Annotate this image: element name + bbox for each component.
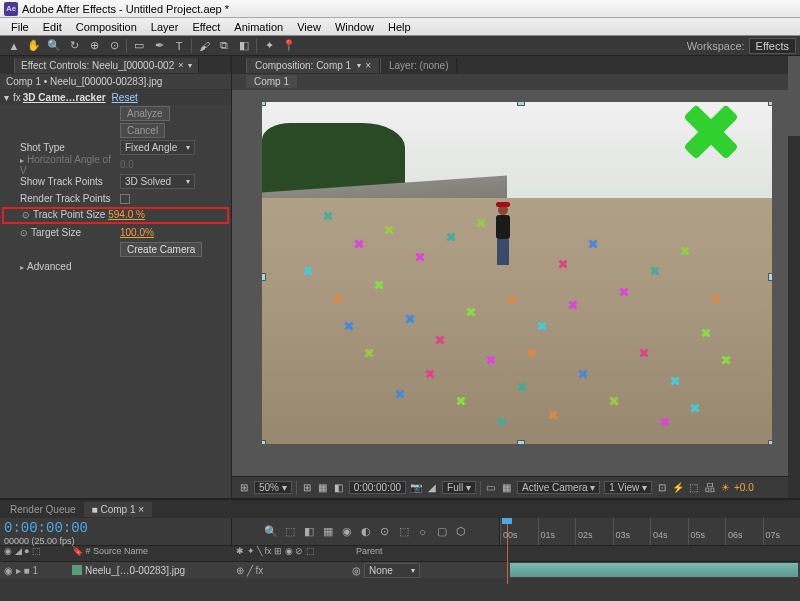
track-point[interactable] [650,266,660,276]
ruler-tick[interactable]: 07s [763,518,801,545]
track-point[interactable] [639,348,649,358]
switches-icon[interactable]: ▢ [434,525,450,538]
track-point[interactable] [721,355,731,365]
grid-icon[interactable]: ⊞ [236,482,252,493]
menu-window[interactable]: Window [328,21,381,33]
ruler-tick[interactable]: 05s [688,518,726,545]
rect-tool[interactable]: ▭ [130,38,148,54]
roto-tool[interactable]: ✦ [260,38,278,54]
puppet-tool[interactable]: 📍 [280,38,298,54]
track-point-size-value[interactable]: 594.0 % [108,209,145,220]
menu-help[interactable]: Help [381,21,418,33]
render-queue-tab[interactable]: Render Queue [2,502,84,517]
menu-view[interactable]: View [290,21,328,33]
track-point[interactable] [486,355,496,365]
effect-controls-tab[interactable]: Effect Controls: Neelu_[00000-002 × ▾ [14,58,199,73]
shot-type-dropdown[interactable]: Fixed Angle [120,140,195,155]
chevron-down-icon[interactable]: ▾ [357,61,361,70]
track-point[interactable] [690,403,700,413]
layer-row[interactable]: ◉ ▸ ■ 1 Neelu_[…0-00283].jpg ⊕ ╱ fx ◎ No… [0,562,800,578]
track-point[interactable] [548,410,558,420]
track-point[interactable] [425,369,435,379]
rotate-tool[interactable]: ↻ [65,38,83,54]
menu-composition[interactable]: Composition [69,21,144,33]
canvas-area[interactable] [232,90,800,476]
menu-effect[interactable]: Effect [185,21,227,33]
layer-tab[interactable]: Layer: (none) [380,58,457,73]
panel-scrollbar[interactable] [788,56,800,498]
track-point[interactable] [384,225,394,235]
comp-mini-flowchart-icon[interactable]: ⬚ [282,525,298,538]
track-point[interactable] [446,232,456,242]
ruler-tick[interactable]: 02s [575,518,613,545]
track-point[interactable] [476,218,486,228]
track-point[interactable] [711,294,721,304]
track-point[interactable] [303,266,313,276]
ruler-tick[interactable]: 06s [725,518,763,545]
transparency-icon[interactable]: ▦ [315,482,331,493]
zoom-tool[interactable]: 🔍 [45,38,63,54]
motion-blur-icon[interactable]: ◐ [358,525,374,538]
layer-color-swatch[interactable] [72,565,82,575]
timeline-ruler-area[interactable]: 00s01s02s03s04s05s06s07s [500,518,800,545]
ruler-tick[interactable]: 03s [613,518,651,545]
pixel-aspect-icon[interactable]: ⊡ [654,482,670,493]
draft-3d-icon[interactable]: ◧ [301,525,317,538]
comp-flowchart-icon[interactable]: 品 [702,481,718,495]
menu-edit[interactable]: Edit [36,21,69,33]
canvas[interactable] [262,102,772,444]
composition-tab[interactable]: Composition: Comp 1 ▾ × [246,58,380,73]
hide-shy-icon[interactable]: ▦ [320,525,336,538]
track-point[interactable] [354,239,364,249]
track-point[interactable] [670,376,680,386]
close-icon[interactable]: × [178,60,183,70]
track-point[interactable] [680,246,690,256]
region-icon[interactable]: ▭ [483,482,499,493]
exposure-value[interactable]: +0.0 [734,482,754,493]
ruler-tick[interactable]: 00s [500,518,538,545]
snapshot-icon[interactable]: 📷 [408,482,424,493]
effect-reset-link[interactable]: Reset [112,92,138,103]
ruler-tick[interactable]: 04s [650,518,688,545]
views-dropdown[interactable]: 1 View ▾ [604,481,652,494]
create-camera-button[interactable]: Create Camera [120,242,202,257]
hand-tool[interactable]: ✋ [25,38,43,54]
track-point[interactable] [609,396,619,406]
exposure-reset-icon[interactable]: ☀ [718,482,734,493]
resolution-icon[interactable]: ⊞ [299,482,315,493]
grid-toggle-icon[interactable]: ▦ [499,482,515,493]
track-point[interactable] [364,348,374,358]
track-point[interactable] [517,382,527,392]
track-point[interactable] [333,294,343,304]
track-point[interactable] [660,417,670,427]
camera-tool[interactable]: ⊕ [85,38,103,54]
track-point[interactable] [558,259,568,269]
type-tool[interactable]: T [170,38,188,54]
brainstorm-icon[interactable]: ⊙ [377,525,393,538]
bbox-handle-bc[interactable] [517,440,525,444]
time-display[interactable]: 0:00:00:00 [349,481,406,494]
track-target-marker[interactable] [681,102,741,162]
target-size-value[interactable]: 100.0% [120,227,154,238]
track-point[interactable] [323,211,333,221]
timeline-icon[interactable]: ⬚ [686,482,702,493]
auto-keyframe-icon[interactable]: ○ [415,526,431,538]
current-time-display[interactable]: 0:00:00:00 [4,520,227,536]
track-point[interactable] [537,321,547,331]
panel-menu-icon[interactable]: ▾ [188,61,192,70]
track-point[interactable] [456,396,466,406]
menu-layer[interactable]: Layer [144,21,186,33]
timeline-comp-tab[interactable]: ■ Comp 1 × [84,502,152,517]
bbox-handle-tl[interactable] [262,102,266,106]
track-point[interactable] [405,314,415,324]
eraser-tool[interactable]: ◧ [235,38,253,54]
pan-behind-tool[interactable]: ⊙ [105,38,123,54]
graph-editor-icon[interactable]: ⬚ [396,525,412,538]
bbox-handle-tc[interactable] [517,102,525,106]
advanced-label[interactable]: Advanced [20,261,120,272]
pen-tool[interactable]: ✒ [150,38,168,54]
track-point[interactable] [619,287,629,297]
workspace-select[interactable]: Effects [749,38,796,54]
brush-tool[interactable]: 🖌 [195,38,213,54]
modes-icon[interactable]: ⬡ [453,525,469,538]
